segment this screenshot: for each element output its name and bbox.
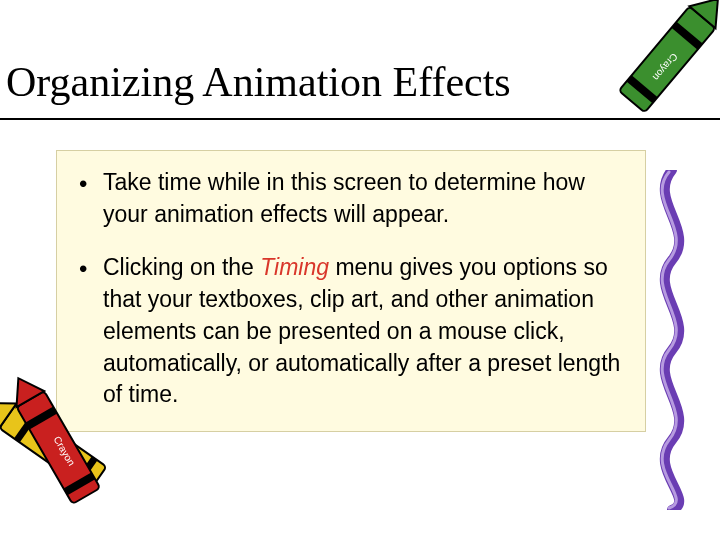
slide: Organizing Animation Effects Take time w… <box>0 0 720 540</box>
bullet-text-before: Clicking on the <box>103 254 260 280</box>
bullet-keyword: Timing <box>260 254 329 280</box>
red-crayon-icon: Crayon <box>0 366 150 536</box>
purple-squiggle-icon <box>642 170 702 510</box>
bullet-list: Take time while in this screen to determ… <box>75 167 627 411</box>
bullet-item: Take time while in this screen to determ… <box>75 167 627 230</box>
slide-title: Organizing Animation Effects <box>6 58 511 106</box>
green-crayon-icon: Crayon <box>588 0 720 144</box>
bullet-item: Clicking on the Timing menu gives you op… <box>75 252 627 411</box>
bullet-text: Take time while in this screen to determ… <box>103 169 585 227</box>
